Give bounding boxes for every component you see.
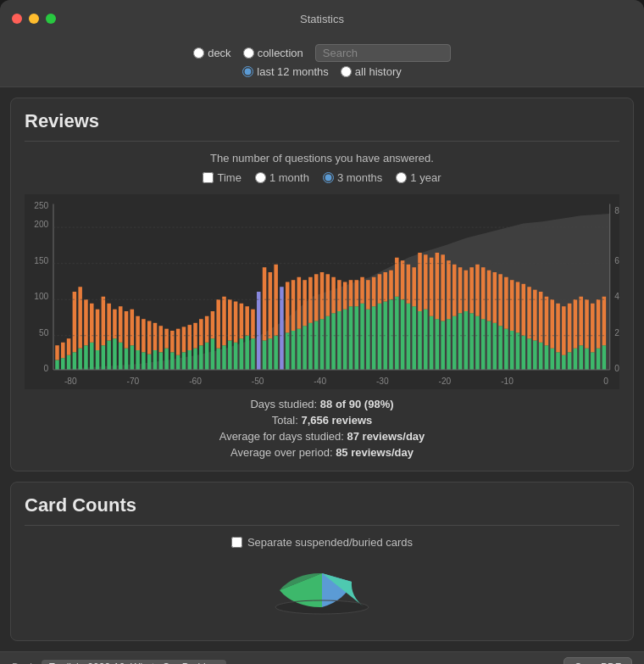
svg-rect-178 [527,287,531,338]
svg-rect-184 [562,306,566,355]
svg-rect-75 [475,316,480,370]
radio-last12-input[interactable] [242,66,253,77]
svg-rect-7 [84,345,88,370]
close-button[interactable] [12,14,22,24]
option-3months[interactable]: 3 months [323,171,382,184]
svg-rect-101 [73,292,77,352]
radio-collection-input[interactable] [243,47,254,59]
svg-rect-74 [469,313,474,370]
minimize-button[interactable] [29,14,39,24]
svg-rect-83 [522,336,526,370]
svg-rect-39 [269,338,273,370]
stat-avg-days-value: 87 reviews/day [347,430,425,443]
svg-rect-43 [291,331,296,370]
svg-rect-53 [349,306,353,370]
svg-rect-131 [245,306,249,336]
checkbox-time[interactable] [203,172,214,183]
svg-rect-137 [291,280,296,331]
svg-rect-123 [199,319,203,345]
svg-rect-26 [193,349,197,370]
svg-rect-129 [234,302,238,343]
svg-rect-17 [142,352,146,370]
svg-rect-152 [378,274,382,304]
svg-rect-50 [331,313,336,370]
main-window: Statistics deck collection last 12 month… [0,0,644,664]
svg-rect-40 [274,336,278,370]
pie-chart-container [25,561,619,628]
stats-grid: Days studied: 88 of 90 (98%) Total: 7,65… [25,398,619,459]
radio-deck[interactable]: deck [193,47,230,59]
svg-rect-55 [360,304,364,370]
svg-rect-77 [487,321,491,371]
search-input[interactable] [315,44,451,62]
svg-rect-103 [84,299,88,345]
svg-rect-10 [102,345,106,370]
radio-3months[interactable] [323,172,334,183]
option-1month[interactable]: 1 month [255,171,309,184]
svg-rect-11 [107,341,111,371]
statusbar: Deck English::2023-10: Whats Our Problem… [0,651,644,664]
option-time-label: Time [217,171,241,184]
svg-rect-181 [545,297,549,346]
toolbar-row-2: last 12 months all history [242,65,401,78]
svg-rect-139 [303,280,307,326]
radio-last12[interactable]: last 12 months [242,65,329,78]
separate-cards-label: Separate suspended/buried cards [247,536,413,549]
radio-collection[interactable]: collection [243,47,303,59]
traffic-lights [12,14,56,24]
stat-avg-period: Average over period: 85 reviews/day [230,446,414,459]
svg-rect-165 [452,265,457,316]
separate-cards-checkbox[interactable] [231,537,242,548]
svg-rect-138 [297,277,302,329]
svg-text:0: 0 [603,377,608,386]
svg-rect-16 [136,350,140,370]
svg-rect-119 [176,329,180,355]
stat-days-value: 88 of 90 (98%) [320,398,394,410]
svg-rect-172 [493,272,497,323]
radio-deck-input[interactable] [193,47,204,59]
content-area: Reviews The number of questions you have… [0,87,644,651]
option-1month-label: 1 month [269,171,309,184]
statusbar-left: Deck English::2023-10: Whats Our Problem [12,660,226,665]
svg-rect-58 [378,304,382,370]
radio-1year[interactable] [396,172,407,183]
pie-chart-svg [271,561,373,628]
svg-rect-69 [441,321,445,371]
stat-days-studied: Days studied: 88 of 90 (98%) [250,398,393,410]
radio-allhistory-input[interactable] [341,66,352,77]
svg-rect-45 [303,326,307,370]
svg-rect-185 [568,304,572,353]
svg-rect-85 [533,341,537,371]
svg-rect-73 [464,311,469,370]
svg-rect-132 [251,310,255,339]
card-counts-divider [25,525,619,526]
svg-rect-125 [211,311,215,338]
svg-rect-141 [314,274,319,321]
svg-rect-177 [522,284,526,336]
maximize-button[interactable] [46,14,56,24]
stat-total-label: Total: [272,414,302,427]
svg-rect-99 [61,343,65,358]
svg-rect-188 [585,299,589,349]
radio-allhistory[interactable]: all history [341,65,402,78]
svg-text:-20: -20 [439,377,452,386]
svg-rect-100 [67,338,71,355]
svg-rect-81 [510,331,514,370]
radio-1month[interactable] [255,172,266,183]
chart-svg: -80 -70 -60 -50 -40 -30 -20 -10 0 0 50 1… [25,194,619,389]
option-1year[interactable]: 1 year [396,171,441,184]
svg-rect-25 [187,350,192,370]
svg-rect-38 [263,341,267,371]
deck-name[interactable]: English::2023-10: Whats Our Problem [42,660,226,665]
option-time[interactable]: Time [203,171,241,184]
svg-rect-140 [308,277,313,323]
svg-rect-173 [498,274,502,326]
svg-rect-166 [458,267,463,313]
save-pdf-button[interactable]: Save PDF [564,657,632,665]
svg-rect-66 [424,310,428,370]
svg-rect-167 [464,271,469,311]
chart-description: The number of questions you have answere… [25,152,619,165]
svg-rect-70 [447,319,451,370]
svg-rect-145 [337,280,341,311]
svg-rect-19 [153,350,158,370]
